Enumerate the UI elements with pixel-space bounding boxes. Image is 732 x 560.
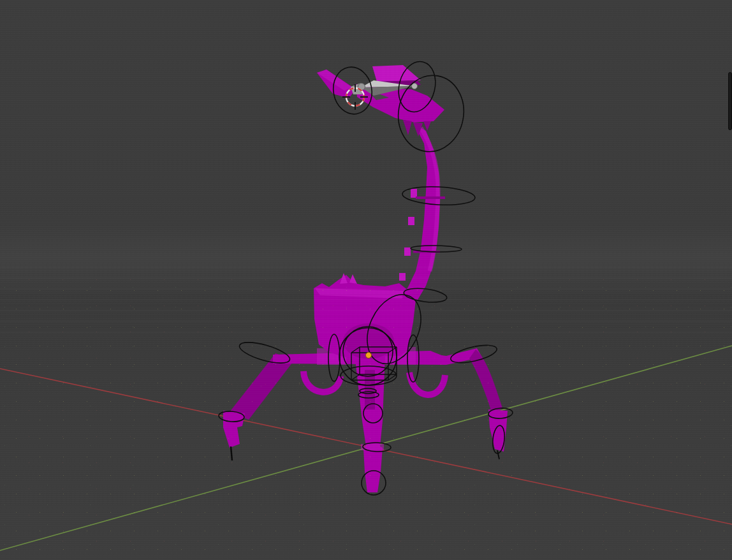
- head-claw-1: [403, 120, 412, 135]
- viewport-3d[interactable]: [0, 0, 732, 560]
- neck-bump-2: [408, 217, 414, 225]
- left-thigh-ring[interactable]: [237, 338, 291, 367]
- origin-dot: [366, 353, 372, 358]
- hose-right: [409, 372, 445, 395]
- viewport-scrollbar[interactable]: [728, 72, 732, 130]
- neck-bump-1: [411, 189, 417, 198]
- body-spike-2: [349, 274, 357, 284]
- right-foot-spike: [497, 450, 499, 459]
- neck-seam-1: [416, 196, 445, 199]
- right-shin: [469, 350, 502, 415]
- head-top-plate: [372, 65, 421, 82]
- neck-bump-4: [399, 273, 406, 281]
- neck-bump-3: [404, 247, 411, 256]
- robot-model[interactable]: [223, 65, 508, 492]
- left-foot: [223, 411, 245, 448]
- head-claw-3: [423, 121, 431, 131]
- left-foot-spike: [231, 446, 232, 461]
- right-foot: [488, 409, 508, 452]
